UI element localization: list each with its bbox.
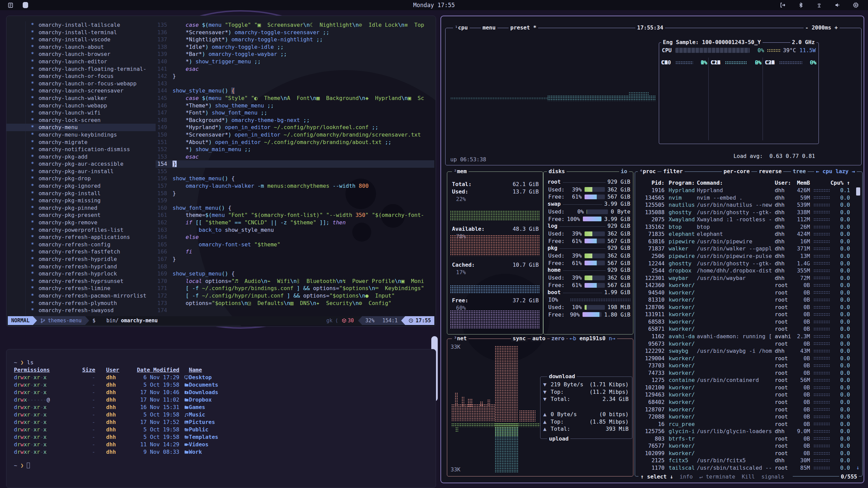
footer-key[interactable]: Kill (742, 473, 762, 480)
git-branch[interactable]: themes-menu (37, 316, 85, 325)
process-row[interactable]: 1275containe/usr/bin/containerdroot56M0.… (638, 377, 853, 384)
net-auto-toggle[interactable]: auto (531, 335, 547, 342)
process-row[interactable]: 125756glycin-i/usr/lib/glycin-loadersdhh… (638, 428, 853, 435)
process-row[interactable]: 65871kworker/root0B0.0 (638, 325, 853, 333)
file-list-item[interactable]: *omarchy-launch-wifi (6, 109, 156, 117)
file-list-item[interactable]: *omarchy-refresh-fastfetch (6, 248, 156, 256)
proc-per-core-toggle[interactable]: per-core (722, 168, 751, 175)
file-list-item[interactable]: *omarchy-refresh-hyprlock (6, 270, 156, 278)
ls-name[interactable]: Documents (189, 381, 218, 389)
process-row[interactable]: 16rcu_preeroot0B0.0 (638, 421, 853, 428)
process-row[interactable]: 129004kworker/root0B0.0 (638, 355, 853, 362)
proc-reverse-toggle[interactable]: reverse (757, 168, 783, 175)
file-pane[interactable]: *omarchy-install-tailscale*omarchy-insta… (6, 21, 156, 316)
process-row[interactable]: 129463kworker/root0B0.0 (638, 391, 853, 399)
process-row[interactable]: 74733kworker/root0B0.0 (638, 369, 853, 377)
file-list-item[interactable]: *omarchy-pkg-install (6, 190, 156, 197)
prompt-line-2[interactable]: ~ ❯ (14, 462, 436, 469)
proc-scrollbar[interactable] (856, 187, 860, 196)
file-list-item[interactable]: *omarchy-pkg-missing (6, 197, 156, 204)
file-list-item[interactable]: *omarchy-refresh-config (6, 241, 156, 248)
process-row[interactable]: 95673kworker/root0B0.0 (638, 340, 853, 348)
disks-panel-title[interactable]: disks (547, 168, 567, 175)
code-pane[interactable]: 135 case $(menu "Toggle" "▣ Screensaver\… (156, 21, 434, 316)
cpu-panel-title[interactable]: ¹cpu (453, 24, 470, 31)
ls-name[interactable]: Pictures (189, 419, 215, 426)
file-list-item[interactable]: *omarchy-pkg-present (6, 211, 156, 219)
ls-name[interactable]: Work (189, 448, 202, 456)
file-list-item[interactable]: *omarchy-launch-browser (6, 50, 156, 58)
process-row[interactable]: 68583kworker/root0B0.0 (638, 318, 853, 326)
preset-button[interactable]: preset * (509, 24, 538, 31)
proc-sort-mode[interactable]: ← cpu lazy → (814, 168, 857, 175)
process-row[interactable]: 1162avahi-daavahi-daemon: running [avahi… (638, 333, 853, 340)
net-interface[interactable]: ←b enp191s0 n→ (568, 335, 617, 342)
process-row[interactable]: 122292swaybg/usr/bin/swaybg -i /homdhh43… (638, 347, 853, 355)
net-panel-title[interactable]: ³net (452, 335, 469, 342)
process-row[interactable]: 2075XwaylandXwayland :1 -rootless -dhh11… (638, 216, 853, 223)
file-list-item[interactable]: *omarchy-launch-editor (6, 58, 156, 65)
file-list-item[interactable]: *omarchy-pkg-aur-install (6, 168, 156, 175)
file-list-item[interactable]: *omarchy-pkg-remove (6, 219, 156, 226)
file-list-item[interactable]: *omarchy-pkg-ignored (6, 182, 156, 190)
file-list-item[interactable]: *omarchy-launch-floating-terminal- (6, 65, 156, 73)
file-list-item[interactable]: *omarchy-refresh-swayosd (6, 307, 156, 314)
process-row[interactable]: 94540kworker/root0B0.0 (638, 289, 853, 297)
file-list-item[interactable]: *omarchy-install-vscode (6, 36, 156, 43)
process-row[interactable]: 73703kworker/root0B0.0 (638, 362, 853, 369)
net-sync-toggle[interactable]: sync (511, 335, 528, 342)
process-row[interactable]: 803btrfs-trroot0B0.0 (638, 435, 853, 443)
proc-tree-toggle[interactable]: tree (791, 168, 808, 175)
menu-button[interactable]: menu (481, 24, 497, 31)
file-list-item[interactable]: *omarchy-install-tailscale (6, 21, 156, 29)
process-row[interactable]: 1916HyprlandHyprlanddhh426M0.1 (638, 187, 853, 194)
process-row[interactable]: 131911kworker/root0B0.0 (638, 311, 853, 318)
proc-panel-title[interactable]: ⁴proc (638, 168, 657, 175)
io-toggle[interactable]: io (619, 168, 629, 175)
file-list-item[interactable]: *omarchy-launch-walker (6, 95, 156, 102)
file-list-item[interactable]: *omarchy-refresh-pacman-mirrorlist (6, 292, 156, 300)
ls-name[interactable]: Downloads (189, 389, 218, 396)
ls-name[interactable]: Games (189, 404, 205, 411)
file-list-item[interactable]: *omarchy-launch-or-focus (6, 73, 156, 80)
proc-filter[interactable]: filter (662, 168, 685, 175)
file-list-item[interactable]: *omarchy-lock-screen (6, 117, 156, 124)
file-list-item[interactable]: *omarchy-launch-or-focus-webapp (6, 80, 156, 87)
file-list-item[interactable]: *omarchy-refresh-hypridle (6, 256, 156, 263)
scroll-down-icon[interactable]: ↓ (856, 464, 860, 471)
process-row[interactable]: 135088ghostty/usr/bin/ghostty --gtk-dhh3… (638, 209, 853, 216)
file-list-item[interactable]: *omarchy-pkg-add (6, 153, 156, 161)
file-list-item[interactable]: *omarchy-refresh-hyprland (6, 263, 156, 270)
process-row[interactable]: 128706kworker/root0B0.0 (638, 304, 853, 311)
footer-key[interactable]: ↑ select ↓ (640, 473, 680, 480)
ls-name[interactable]: Videos (189, 441, 209, 448)
process-row[interactable]: 142360kworker/root0B0.0 (638, 282, 853, 289)
process-row[interactable]: 128707kworker/root0B0.0 (638, 406, 853, 413)
process-row[interactable]: 12244ghostty/usr/bin/ghostty --gtk-dhh1.… (638, 260, 853, 267)
process-row[interactable]: 2125fcitx5/usr/bin/fcitx5dhh30M0.0 (638, 457, 853, 464)
file-list-item[interactable]: *omarchy-refresh-limine (6, 285, 156, 292)
process-row[interactable]: 125505nautilus/usr/bin/nautilus --newdhh… (638, 201, 853, 209)
footer-key[interactable]: signals (761, 473, 791, 480)
process-row[interactable]: 63816pipewire/usr/bin/pipewiredhh16M0.0 (638, 238, 853, 245)
file-list-item[interactable]: *omarchy-pkg-drop (6, 175, 156, 182)
process-row[interactable]: 72088kworker/root0B0.0 (638, 413, 853, 421)
file-list-item[interactable]: *omarchy-notification-dismiss (6, 146, 156, 153)
shell-window[interactable]: ~ ❯ ls PermissionsSizeUserDate ModifiedN… (6, 349, 436, 488)
process-row[interactable]: 134565nvimnvim --embed .dhh59M0.0 (638, 194, 853, 202)
process-row[interactable]: 81310kworker/root0B0.0 (638, 296, 853, 304)
file-list-item[interactable]: *omarchy-refresh-applications (6, 233, 156, 241)
process-row[interactable]: 122301waybar/usr/bin/waybardhh72M0.0 (638, 274, 853, 282)
footer-key[interactable]: info (680, 473, 699, 480)
ls-name[interactable]: Music (189, 411, 205, 419)
process-row[interactable]: 2544dropbox/home/dhh/.dropbox-distdhh355… (638, 267, 853, 274)
file-list-item[interactable]: *omarchy-pkg-aur-accessible (6, 160, 156, 168)
file-list-item[interactable]: *omarchy-powerprofiles-list (6, 226, 156, 234)
ls-name[interactable]: Dropbox (189, 396, 212, 404)
file-list-item[interactable]: *omarchy-migrate (6, 139, 156, 146)
net-zero-toggle[interactable]: zero (550, 335, 566, 342)
file-list-item[interactable]: *omarchy-pkg-pinned (6, 204, 156, 212)
process-row[interactable]: 135162btopbtopdhh26M0.0 (638, 223, 853, 231)
process-row[interactable]: 76577kworker/root0B0.0 (638, 442, 853, 450)
mem-panel-title[interactable]: ²mem (452, 168, 469, 175)
